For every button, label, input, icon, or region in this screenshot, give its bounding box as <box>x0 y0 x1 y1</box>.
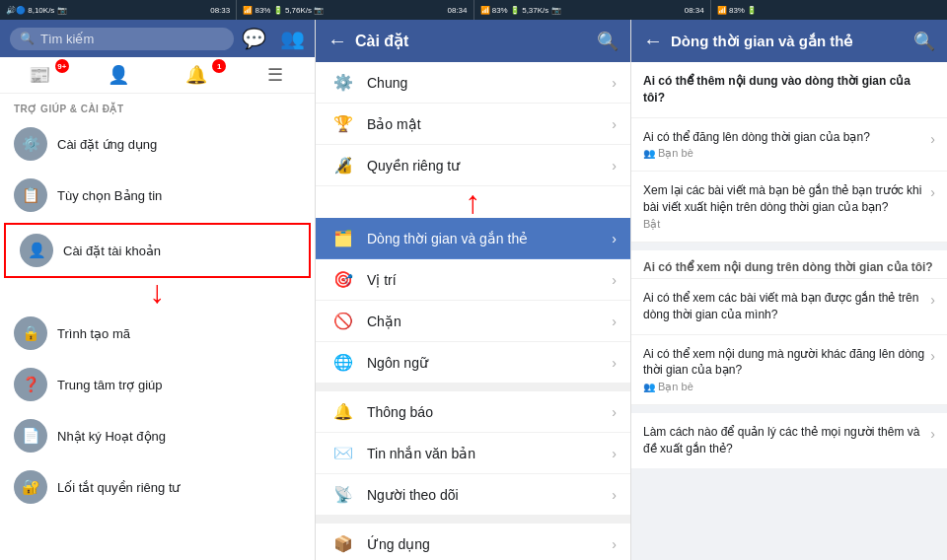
menu-icon[interactable]: ☰ <box>236 57 315 93</box>
timeline-item-6-chevron: › <box>930 426 935 442</box>
language-chevron: › <box>612 355 617 371</box>
apps-icon: 📦 <box>329 534 357 553</box>
arrow-up: ↑ <box>316 186 630 218</box>
timeline-item-3-title: Xem lại các bài viết mà bạn bè gắn thẻ b… <box>643 182 930 216</box>
timeline-item-2[interactable]: Ai có thể đăng lên dòng thời gian của bạ… <box>631 118 947 173</box>
settings-item-timeline[interactable]: 🗂️ Dòng thời gian và gắn thẻ › <box>316 218 630 259</box>
sidebar-item-code-gen[interactable]: 🔒 Trình tạo mã <box>0 308 315 359</box>
timeline-item-5[interactable]: Ai có thể xem nội dung mà người khác đăn… <box>631 335 947 406</box>
location-icon: 🎯 <box>329 270 357 289</box>
timeline-label: Dòng thời gian và gắn thẻ <box>367 231 602 246</box>
timeline-item-3-chevron: › <box>930 184 935 200</box>
timeline-item-5-sub-text: Bạn bè <box>658 381 693 393</box>
followers-label: Người theo dõi <box>367 487 602 503</box>
messenger-icon[interactable]: 💬 <box>242 27 266 50</box>
privacy-label: Quyền riêng tư <box>367 158 602 174</box>
settings-item-notifications[interactable]: 🔔 Thông báo › <box>316 391 630 433</box>
notifications-list-icon: 🔔 <box>329 402 357 421</box>
notifications-icon[interactable]: 🔔 1 <box>158 57 237 93</box>
code-gen-icon: 🔒 <box>14 316 47 350</box>
timeline-item-2-title: Ai có thể đăng lên dòng thời gian của bạ… <box>643 129 930 146</box>
friends-request-icon[interactable]: 👤 <box>79 57 158 93</box>
chung-icon: ⚙️ <box>329 73 357 92</box>
sidebar-item-app-settings[interactable]: ⚙️ Cài đặt ứng dụng <box>0 118 315 170</box>
timeline-section-2: Ai có thể xem nội dung trên dòng thời gi… <box>631 250 947 405</box>
settings-item-chung[interactable]: ⚙️ Chung › <box>316 62 630 104</box>
sidebar-item-account-settings[interactable]: 👤 Cài đặt tài khoản <box>4 223 311 278</box>
status-bar-2: 📶 83% 🔋 5,76K/s 📷 08:34 <box>237 0 474 20</box>
timeline-item-1-content: Ai có thể thêm nội dung vào dòng thời gi… <box>643 73 935 106</box>
apps-chevron: › <box>612 536 617 552</box>
section-label: TRỢ GIÚP & CÀI ĐẶT <box>0 94 315 118</box>
status-time-1: 🔊🔵 8,10K/s 📷 <box>6 6 67 15</box>
block-label: Chặn <box>367 314 602 329</box>
app-settings-label: Cài đặt ứng dụng <box>57 137 157 152</box>
panel-right-title: Dòng thời gian và gắn thẻ <box>671 33 906 50</box>
settings-divider-2 <box>316 516 630 524</box>
timeline-item-6[interactable]: Làm cách nào để quản lý các thẻ mọi ngườ… <box>631 413 947 468</box>
baomat-label: Bảo mật <box>367 116 602 132</box>
panel-right-header: ← Dòng thời gian và gắn thẻ 🔍 <box>631 20 947 62</box>
settings-item-apps[interactable]: 📦 Ứng dụng › <box>316 524 630 560</box>
friends-icon[interactable]: 👥 <box>280 27 305 50</box>
chung-chevron: › <box>612 75 617 91</box>
settings-item-sms[interactable]: ✉️ Tin nhắn văn bản › <box>316 433 630 474</box>
sms-label: Tin nhắn văn bản <box>367 446 602 461</box>
followers-chevron: › <box>612 487 617 503</box>
arrow-down: ↓ <box>0 276 315 308</box>
timeline-section-1: Ai có thể thêm nội dung vào dòng thời gi… <box>631 62 947 243</box>
panel-right: ← Dòng thời gian và gắn thẻ 🔍 Ai có thể … <box>631 20 947 560</box>
status-time-3: 📶 83% 🔋 5,37K/s 📷 <box>480 6 561 15</box>
block-chevron: › <box>612 314 617 329</box>
timeline-item-3[interactable]: Xem lại các bài viết mà bạn bè gắn thẻ b… <box>631 172 947 243</box>
timeline-item-4-title: Ai có thể xem các bài viết mà bạn được g… <box>643 290 930 323</box>
section-2-header: Ai có thể xem nội dung trên dòng thời gi… <box>631 250 947 279</box>
settings-item-followers[interactable]: 📡 Người theo dõi › <box>316 474 630 516</box>
back-icon-right[interactable]: ← <box>643 30 663 52</box>
status-time-2: 📶 83% 🔋 5,76K/s 📷 <box>243 6 324 15</box>
search-icon-header[interactable]: 🔍 <box>597 31 619 52</box>
timeline-item-5-content: Ai có thể xem nội dung mà người khác đăn… <box>643 346 930 394</box>
timeline-item-2-sub-text: Bạn bè <box>658 147 693 160</box>
timeline-content: Ai có thể thêm nội dung vào dòng thời gi… <box>631 62 947 560</box>
sidebar-item-activity-log[interactable]: 📄 Nhật ký Hoạt động <box>0 410 315 461</box>
sms-chevron: › <box>612 446 617 461</box>
account-settings-label: Cài đặt tài khoản <box>63 244 161 258</box>
newsfeed-label: Tùy chọn Bảng tin <box>57 188 162 203</box>
sidebar-item-privacy-shortcuts[interactable]: 🔐 Lối tắt quyền riêng tư <box>0 461 315 513</box>
privacy-shortcuts-icon: 🔐 <box>14 470 47 504</box>
settings-divider-1 <box>316 384 630 391</box>
privacy-shortcuts-label: Lối tắt quyền riêng tư <box>57 480 181 495</box>
help-center-icon: ❓ <box>14 368 47 401</box>
timeline-item-1[interactable]: Ai có thể thêm nội dung vào dòng thời gi… <box>631 62 947 118</box>
status-bar-3: 📶 83% 🔋 5,37K/s 📷 08:34 <box>474 0 711 20</box>
sidebar-item-help-center[interactable]: ❓ Trung tâm trợ giúp <box>0 359 315 410</box>
sidebar-item-newsfeed-options[interactable]: 📋 Tùy chọn Bảng tin <box>0 170 315 221</box>
search-bar[interactable]: 🔍 Tìm kiếm <box>10 28 234 50</box>
timeline-item-3-sub-text: Bật <box>643 218 660 230</box>
timeline-item-1-title: Ai có thể thêm nội dung vào dòng thời gi… <box>643 73 935 106</box>
timeline-icon: 🗂️ <box>329 229 357 247</box>
settings-item-privacy[interactable]: 🔏 Quyền riêng tư › <box>316 145 630 186</box>
timeline-item-6-title: Làm cách nào để quản lý các thẻ mọi ngườ… <box>643 424 930 457</box>
back-icon[interactable]: ← <box>328 30 347 52</box>
timeline-item-3-content: Xem lại các bài viết mà bạn bè gắn thẻ b… <box>643 182 930 231</box>
sms-icon: ✉️ <box>329 444 357 462</box>
panel-middle-header: ← Cài đặt 🔍 <box>316 20 630 62</box>
newsfeed-icon: 📋 <box>14 178 47 212</box>
settings-list: ⚙️ Chung › 🏆 Bảo mật › 🔏 Quyền riêng tư … <box>316 62 630 560</box>
timeline-item-4[interactable]: Ai có thể xem các bài viết mà bạn được g… <box>631 279 947 335</box>
chung-label: Chung <box>367 75 602 91</box>
settings-item-block[interactable]: 🚫 Chặn › <box>316 301 630 342</box>
settings-item-location[interactable]: 🎯 Vị trí › <box>316 259 630 301</box>
status-time-val-1: 08:33 <box>210 6 230 15</box>
status-time-val-3: 08:34 <box>685 6 704 15</box>
settings-item-baomatl[interactable]: 🏆 Bảo mật › <box>316 104 630 145</box>
search-icon-right[interactable]: 🔍 <box>913 31 935 52</box>
status-bar-1: 🔊🔵 8,10K/s 📷 08:33 <box>0 0 237 20</box>
timeline-chevron: › <box>612 231 617 246</box>
timeline-item-5-sub: 👥 Bạn bè <box>643 381 930 393</box>
followers-icon: 📡 <box>329 485 357 504</box>
news-feed-icon[interactable]: 📰 9+ <box>0 57 79 93</box>
settings-item-language[interactable]: 🌐 Ngôn ngữ › <box>316 342 630 384</box>
